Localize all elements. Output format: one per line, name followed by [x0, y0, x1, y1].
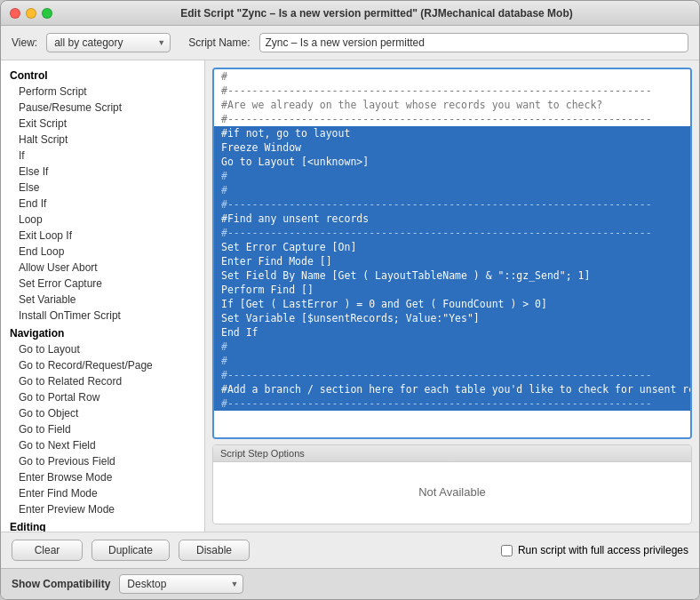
list-item[interactable]: Halt Script: [1, 132, 204, 148]
list-item[interactable]: Else If: [1, 164, 204, 180]
script-line[interactable]: #if not, go to layout: [214, 126, 690, 140]
list-item[interactable]: End If: [1, 196, 204, 212]
category-header: Navigation: [1, 324, 204, 341]
script-line[interactable]: Enter Find Mode []: [214, 254, 690, 268]
list-item[interactable]: Go to Record/Request/Page: [1, 357, 204, 373]
script-line[interactable]: #: [214, 169, 690, 183]
category-header: Control: [1, 66, 204, 84]
list-item[interactable]: Go to Layout: [1, 341, 204, 357]
bottom-bar: Clear Duplicate Disable Run script with …: [1, 532, 699, 568]
list-item[interactable]: Go to Portal Row: [1, 389, 204, 405]
script-line[interactable]: #Add a branch / section here for each ta…: [214, 382, 690, 396]
script-line[interactable]: #: [214, 69, 690, 84]
script-line[interactable]: Perform Find []: [214, 283, 690, 297]
script-line[interactable]: #Are we already on the layout whose reco…: [214, 98, 690, 112]
view-select[interactable]: all by category: [46, 33, 171, 52]
list-item[interactable]: Set Variable: [1, 292, 204, 308]
list-item[interactable]: Go to Object: [1, 405, 204, 421]
script-line[interactable]: Set Variable [$unsentRecords; Value:"Yes…: [214, 311, 690, 325]
full-access-label: Run script with full access privileges: [518, 544, 688, 556]
list-item[interactable]: If: [1, 148, 204, 164]
view-label: View:: [12, 36, 37, 49]
list-item[interactable]: Allow User Abort: [1, 260, 204, 276]
list-item[interactable]: Enter Preview Mode: [1, 501, 204, 517]
script-line[interactable]: #Find any unsent records: [214, 212, 690, 226]
list-item[interactable]: Go to Related Record: [1, 373, 204, 389]
compat-select[interactable]: Desktop: [119, 574, 243, 594]
script-line[interactable]: Set Field By Name [Get ( LayoutTableName…: [214, 268, 690, 283]
list-item[interactable]: Go to Field: [1, 421, 204, 437]
list-item[interactable]: Exit Script: [1, 116, 204, 132]
list-item[interactable]: End Loop: [1, 244, 204, 260]
traffic-lights: [10, 8, 52, 19]
script-line[interactable]: #: [214, 354, 690, 368]
script-line[interactable]: Freeze Window: [214, 140, 690, 155]
minimize-button[interactable]: [26, 8, 36, 19]
list-item[interactable]: Else: [1, 180, 204, 196]
list-item[interactable]: Enter Find Mode: [1, 485, 204, 501]
main-content: ControlPerform ScriptPause/Resume Script…: [1, 60, 699, 532]
script-editor[interactable]: ##--------------------------------------…: [212, 68, 692, 439]
clear-button[interactable]: Clear: [12, 540, 83, 561]
list-item[interactable]: Pause/Resume Script: [1, 100, 204, 116]
list-item[interactable]: Set Error Capture: [1, 276, 204, 292]
script-line[interactable]: #---------------------------------------…: [214, 197, 690, 212]
list-item[interactable]: Perform Script: [1, 84, 204, 100]
list-item[interactable]: Enter Browse Mode: [1, 469, 204, 485]
script-line[interactable]: Go to Layout [<unknown>]: [214, 155, 690, 169]
script-line[interactable]: #: [214, 340, 690, 354]
list-item[interactable]: Exit Loop If: [1, 228, 204, 244]
close-button[interactable]: [10, 8, 20, 19]
script-line[interactable]: #---------------------------------------…: [214, 226, 690, 240]
script-name-label: Script Name:: [188, 36, 250, 49]
script-line[interactable]: End If: [214, 325, 690, 340]
show-compat-label: Show Compatibility: [12, 578, 110, 590]
maximize-button[interactable]: [42, 8, 52, 19]
list-item[interactable]: Loop: [1, 212, 204, 228]
script-line[interactable]: Set Error Capture [On]: [214, 240, 690, 254]
left-panel: ControlPerform ScriptPause/Resume Script…: [1, 60, 205, 532]
category-header: Editing: [1, 517, 204, 532]
footer: Show Compatibility Desktop ▼: [1, 568, 699, 599]
options-panel: Script Step Options Not Available: [212, 444, 692, 524]
list-item[interactable]: Install OnTimer Script: [1, 308, 204, 324]
not-available-text: Not Available: [213, 462, 691, 521]
list-item[interactable]: Go to Previous Field: [1, 453, 204, 469]
script-line[interactable]: #---------------------------------------…: [214, 396, 690, 411]
checkbox-row: Run script with full access privileges: [501, 544, 688, 556]
main-window: Edit Script "Zync – Is a new version per…: [0, 0, 700, 600]
toolbar: View: all by category ▼ Script Name:: [1, 26, 699, 60]
script-line[interactable]: #---------------------------------------…: [214, 84, 690, 98]
right-panel: ##--------------------------------------…: [205, 60, 699, 532]
options-header: Script Step Options: [213, 445, 691, 462]
script-line[interactable]: If [Get ( LastError ) = 0 and Get ( Foun…: [214, 297, 690, 311]
titlebar: Edit Script "Zync – Is a new version per…: [1, 1, 699, 26]
script-line[interactable]: #---------------------------------------…: [214, 368, 690, 382]
disable-button[interactable]: Disable: [179, 540, 250, 561]
duplicate-button[interactable]: Duplicate: [91, 540, 170, 561]
script-line[interactable]: #---------------------------------------…: [214, 112, 690, 126]
list-item[interactable]: Go to Next Field: [1, 437, 204, 453]
view-select-wrapper: all by category ▼: [46, 33, 171, 52]
script-line[interactable]: #: [214, 183, 690, 197]
compat-select-wrapper: Desktop ▼: [119, 574, 243, 594]
script-name-input[interactable]: [259, 33, 689, 52]
full-access-checkbox[interactable]: [501, 545, 513, 556]
window-title: Edit Script "Zync – Is a new version per…: [63, 7, 690, 20]
